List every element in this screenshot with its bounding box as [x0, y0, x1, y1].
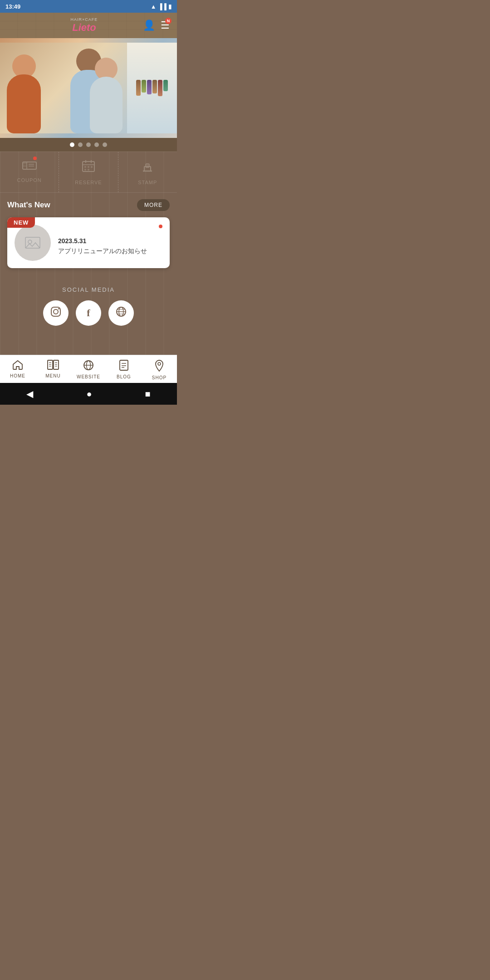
website-button[interactable] — [108, 300, 134, 326]
recent-button[interactable]: ■ — [145, 389, 150, 399]
news-unread-dot — [159, 225, 162, 228]
svg-rect-13 — [84, 169, 86, 171]
status-time: 13:49 — [5, 3, 20, 10]
whats-new-title: What's New — [7, 201, 50, 210]
whats-new-header: What's New MORE — [0, 193, 177, 217]
svg-point-44 — [158, 363, 161, 365]
svg-point-23 — [58, 308, 59, 309]
menu-button[interactable]: ☰ N — [161, 20, 170, 31]
social-media-section: SOCIAL MEDIA f — [0, 275, 177, 337]
shop-label: SHOP — [152, 375, 167, 380]
website-icon — [115, 306, 127, 320]
menu-book-icon — [47, 360, 59, 372]
coupon-icon — [22, 159, 37, 174]
svg-rect-4 — [23, 162, 26, 164]
menu-label: MENU — [45, 373, 60, 378]
profile-button[interactable]: 👤 — [143, 20, 155, 31]
svg-point-18 — [146, 163, 149, 168]
logo-big: Lieto — [25, 22, 143, 34]
coupon-label: COUPON — [17, 177, 42, 183]
svg-rect-19 — [25, 237, 40, 248]
dot-3[interactable] — [86, 142, 91, 147]
bottom-nav: HOME MENU WEBSITE — [0, 355, 177, 383]
dot-5[interactable] — [103, 142, 107, 147]
nav-home[interactable]: HOME — [0, 355, 35, 383]
blog-label: BLOG — [117, 374, 131, 379]
shop-pin-icon — [154, 360, 164, 374]
dot-1[interactable] — [70, 142, 74, 147]
header: HAIR×CAFE Lieto 👤 ☰ N — [0, 13, 177, 38]
news-card[interactable]: NEW 2023.5.31 アプリリニューアルのお知らせ — [7, 217, 170, 268]
home-system-button[interactable]: ● — [86, 389, 92, 399]
quick-coupon[interactable]: COUPON — [0, 152, 59, 192]
dot-4[interactable] — [94, 142, 99, 147]
social-media-title: SOCIAL MEDIA — [7, 286, 170, 293]
globe-icon — [83, 360, 94, 373]
recent-icon: ■ — [145, 389, 150, 399]
notification-badge: N — [165, 18, 172, 24]
svg-rect-12 — [91, 166, 93, 168]
coupon-notification-dot — [33, 157, 37, 160]
dot-2[interactable] — [78, 142, 83, 147]
home-icon — [12, 360, 23, 372]
social-icons-row: f — [7, 300, 170, 326]
hero-slider — [0, 38, 177, 138]
website-label: WEBSITE — [77, 374, 100, 379]
quick-reserve[interactable]: RESERVE — [59, 152, 118, 192]
spacer — [0, 337, 177, 355]
svg-rect-30 — [54, 360, 59, 369]
svg-point-20 — [28, 240, 32, 244]
instagram-icon — [50, 306, 62, 320]
back-button[interactable]: ◀ — [26, 388, 33, 399]
slider-dots — [0, 138, 177, 152]
status-bar: 13:49 ▲ ▐▐ ▮ — [0, 0, 177, 13]
nav-blog[interactable]: BLOG — [106, 355, 142, 383]
battery-icon: ▮ — [168, 3, 172, 10]
wifi-icon: ▲ — [151, 3, 157, 10]
nav-website[interactable]: WEBSITE — [71, 355, 106, 383]
facebook-icon: f — [87, 307, 90, 319]
quick-access-row: COUPON RESERVE — [0, 152, 177, 193]
news-content: 2023.5.31 アプリリニューアルのお知らせ — [58, 230, 162, 255]
back-icon: ◀ — [26, 389, 33, 399]
home-system-icon: ● — [86, 389, 92, 399]
reserve-label: RESERVE — [75, 180, 102, 185]
new-badge: NEW — [7, 217, 35, 228]
salon-photo — [0, 43, 177, 133]
svg-rect-40 — [120, 360, 128, 370]
nav-menu[interactable]: MENU — [35, 355, 71, 383]
status-icons: ▲ ▐▐ ▮ — [151, 3, 172, 10]
quick-stamp[interactable]: STAMP — [118, 152, 177, 192]
reserve-icon — [82, 159, 95, 176]
news-date: 2023.5.31 — [58, 237, 162, 245]
stamp-label: STAMP — [138, 180, 157, 185]
logo-small: HAIR×CAFE — [25, 17, 143, 22]
header-logo: HAIR×CAFE Lieto — [25, 17, 143, 34]
svg-rect-5 — [23, 165, 26, 167]
header-icons: 👤 ☰ N — [143, 20, 170, 31]
svg-rect-29 — [48, 360, 53, 369]
svg-rect-14 — [88, 169, 89, 171]
nav-shop[interactable]: SHOP — [142, 355, 177, 383]
news-title: アプリリニューアルのお知らせ — [58, 247, 162, 255]
stamp-icon — [141, 159, 154, 176]
person-right — [90, 58, 122, 133]
system-nav: ◀ ● ■ — [0, 383, 177, 405]
person-icon: 👤 — [143, 20, 155, 31]
salon-background — [127, 43, 177, 133]
svg-point-22 — [54, 309, 58, 314]
signal-icon: ▐▐ — [158, 3, 167, 10]
news-thumbnail — [15, 225, 51, 261]
svg-rect-11 — [88, 166, 89, 168]
svg-rect-10 — [84, 166, 86, 168]
blog-icon — [119, 360, 129, 373]
facebook-button[interactable]: f — [76, 300, 101, 326]
more-button[interactable]: MORE — [137, 199, 170, 211]
news-section: NEW 2023.5.31 アプリリニューアルのお知らせ — [0, 217, 177, 275]
instagram-button[interactable] — [43, 300, 69, 326]
slider-image — [0, 38, 177, 138]
home-label: HOME — [10, 373, 25, 378]
person-left — [7, 54, 41, 133]
